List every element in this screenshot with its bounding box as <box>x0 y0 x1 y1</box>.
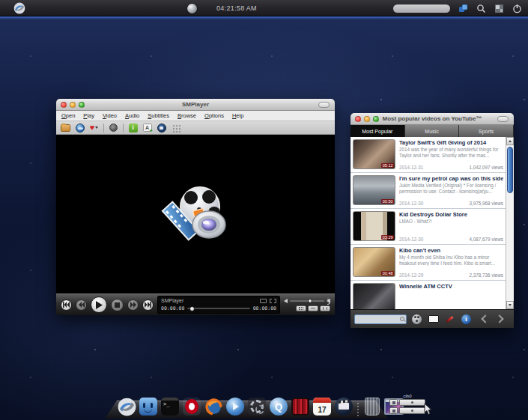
scrollbar[interactable] <box>506 137 514 309</box>
open-in-smplayer-button[interactable] <box>410 314 423 325</box>
dock-opera-browser-icon[interactable] <box>182 397 201 416</box>
scroll-down-button[interactable] <box>506 301 514 309</box>
tools-button[interactable] <box>443 314 456 325</box>
dock-system-preferences-icon[interactable] <box>247 397 267 416</box>
toolbar-separator <box>123 124 124 133</box>
open-file-icon[interactable] <box>61 123 70 133</box>
power-icon[interactable] <box>512 4 522 13</box>
dock-firefox-browser-icon[interactable] <box>204 397 223 416</box>
smplayer-titlebar[interactable]: SMPlayer <box>56 99 335 111</box>
info-button[interactable]: i <box>460 314 473 325</box>
video-thumbnail[interactable] <box>353 283 395 309</box>
smplayer-toolbar: ♥ i A <box>56 121 335 135</box>
scrollbar-thumb[interactable] <box>507 147 513 193</box>
forward-button[interactable] <box>495 314 503 323</box>
video-thumbnail[interactable]: 03:29 <box>353 211 395 241</box>
video-list-item[interactable]: 00:50 I'm sure my petrol cap was on this… <box>351 173 506 209</box>
play-button[interactable] <box>91 296 107 313</box>
shuffle-icon[interactable] <box>270 299 276 303</box>
tab-sports[interactable]: Sports <box>459 125 514 137</box>
close-button[interactable] <box>355 116 361 122</box>
clock[interactable]: 04:21:58 AM <box>216 4 257 12</box>
dock-terminal-icon[interactable]: >_ <box>160 397 180 416</box>
repeat-icon[interactable] <box>260 299 267 303</box>
mute-button[interactable] <box>308 305 318 311</box>
video-list-item[interactable]: 03:29 Kid Destroys Dollar Store LMAO - W… <box>351 209 506 245</box>
screen-button[interactable] <box>427 314 440 325</box>
volume-slider[interactable] <box>290 300 324 302</box>
notification-sphere-icon[interactable] <box>187 4 197 13</box>
dock-trash-icon[interactable] <box>362 397 382 416</box>
menu-play[interactable]: Play <box>83 112 94 119</box>
video-list-item[interactable]: Winnelie ATM CCTV <box>351 281 506 309</box>
video-list-item[interactable]: 05:12 Taylor Swift's Gift Giving of 2014… <box>351 137 506 173</box>
dock-calendar-icon[interactable]: 17 <box>312 397 332 416</box>
search-input[interactable] <box>354 314 407 324</box>
video-display-area[interactable] <box>56 135 335 293</box>
minimize-button[interactable] <box>364 116 370 122</box>
video-views: 3,975,968 views <box>469 201 503 206</box>
minimize-button[interactable] <box>70 102 76 108</box>
seek-slider[interactable] <box>187 308 249 309</box>
menu-open[interactable]: Open <box>61 112 75 119</box>
dock-movie-recorder-icon[interactable] <box>334 397 353 416</box>
dock-file-manager-icon[interactable] <box>139 397 158 416</box>
video-list-item[interactable]: 00:48 Kibo can't even My 4 month old Shi… <box>351 245 506 281</box>
video-title[interactable]: Taylor Swift's Gift Giving of 2014 <box>399 139 503 146</box>
mosaic-icon[interactable] <box>171 123 180 133</box>
open-url-icon[interactable] <box>75 123 85 133</box>
mini-window-button[interactable] <box>389 407 425 414</box>
menu-audio[interactable]: Audio <box>125 112 139 119</box>
menu-subtitles[interactable]: Subtitles <box>148 112 169 119</box>
previous-button[interactable] <box>61 299 72 311</box>
tab-music[interactable]: Music <box>405 125 460 137</box>
scroll-up-button[interactable] <box>506 137 514 145</box>
video-description: My 4 month old Shiba Inu Kibo has a mino… <box>399 255 503 266</box>
fullscreen-button[interactable] <box>296 305 306 311</box>
youtube-titlebar[interactable]: Most popular videos on YouTube™ <box>351 113 514 125</box>
zoom-button[interactable] <box>79 102 85 108</box>
menu-help[interactable]: Help <box>232 112 243 119</box>
forward-button[interactable] <box>127 299 139 311</box>
system-menu-logo-icon[interactable] <box>13 2 25 14</box>
video-thumbnail[interactable]: 00:48 <box>353 247 395 277</box>
tab-most-popular[interactable]: Most Popular <box>351 125 405 137</box>
video-thumbnail[interactable]: 00:50 <box>353 175 395 205</box>
toolbar-toggle-button[interactable] <box>497 116 509 122</box>
favorites-icon[interactable]: ♥ <box>89 123 99 133</box>
back-button[interactable] <box>481 314 489 323</box>
dock-theater-icon[interactable] <box>291 397 310 416</box>
video-thumbnail[interactable]: 05:12 <box>353 139 395 169</box>
stop-button[interactable] <box>111 299 124 311</box>
next-button[interactable] <box>142 299 154 311</box>
load-subtitles-icon[interactable]: A <box>142 123 152 133</box>
zoom-button[interactable] <box>373 116 379 122</box>
youtube-toolbar: i <box>351 309 514 328</box>
record-icon[interactable] <box>109 123 118 133</box>
video-title[interactable]: I'm sure my petrol cap was on this side <box>399 175 503 182</box>
video-title[interactable]: Kid Destroys Dollar Store <box>399 211 503 218</box>
dock-system-logo-icon[interactable] <box>117 397 136 416</box>
mini-window-button[interactable] <box>389 399 425 406</box>
menu-options[interactable]: Options <box>204 112 224 119</box>
mouse-cursor <box>424 403 433 416</box>
playlist-button[interactable] <box>320 305 330 311</box>
menu-video[interactable]: Video <box>103 112 117 119</box>
screenshot-icon[interactable] <box>157 123 166 133</box>
search-icon[interactable] <box>476 4 486 13</box>
session-switcher-icon[interactable] <box>458 4 468 13</box>
rewind-button[interactable] <box>76 299 87 311</box>
video-title[interactable]: Winnelie ATM CCTV <box>399 283 503 290</box>
volume-knob[interactable] <box>308 299 312 303</box>
close-button[interactable] <box>61 102 67 108</box>
menu-browse[interactable]: Browse <box>177 112 196 119</box>
information-icon[interactable]: i <box>128 123 138 133</box>
dock-quicktime-icon[interactable]: Q <box>269 397 288 416</box>
volume-cluster <box>284 299 330 311</box>
seek-knob[interactable] <box>189 306 195 311</box>
dock-separator <box>357 403 359 416</box>
dock-media-player-icon[interactable] <box>225 397 245 416</box>
video-title[interactable]: Kibo can't even <box>399 247 503 254</box>
toolbar-toggle-button[interactable] <box>318 102 330 108</box>
workspace-icon[interactable] <box>494 4 504 13</box>
